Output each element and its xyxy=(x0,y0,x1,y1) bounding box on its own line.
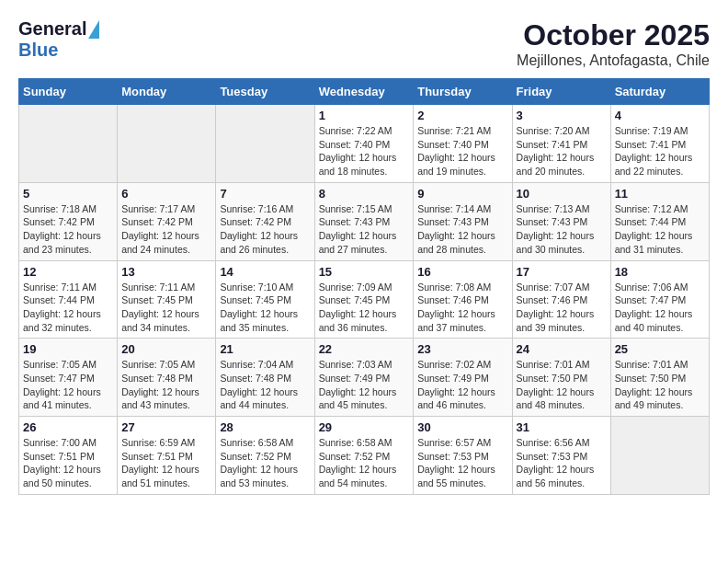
week-row-1: 1Sunrise: 7:22 AM Sunset: 7:40 PM Daylig… xyxy=(19,105,710,183)
day-number: 7 xyxy=(220,187,310,201)
day-number: 12 xyxy=(23,265,113,279)
day-number: 13 xyxy=(121,265,211,279)
day-number: 30 xyxy=(417,420,507,434)
day-number: 2 xyxy=(417,109,507,122)
day-number: 18 xyxy=(615,265,705,279)
day-number: 27 xyxy=(121,420,211,434)
day-info: Sunrise: 7:15 AM Sunset: 7:43 PM Dayligh… xyxy=(319,202,410,257)
day-info: Sunrise: 6:58 AM Sunset: 7:52 PM Dayligh… xyxy=(220,436,310,490)
day-number: 29 xyxy=(319,420,410,434)
day-info: Sunrise: 7:17 AM Sunset: 7:42 PM Dayligh… xyxy=(121,202,211,257)
day-info: Sunrise: 7:01 AM Sunset: 7:50 PM Dayligh… xyxy=(517,358,607,412)
table-row: 11Sunrise: 7:12 AM Sunset: 7:44 PM Dayli… xyxy=(610,182,709,260)
day-number: 19 xyxy=(23,342,113,356)
day-info: Sunrise: 7:03 AM Sunset: 7:49 PM Dayligh… xyxy=(319,358,410,412)
table-row: 13Sunrise: 7:11 AM Sunset: 7:45 PM Dayli… xyxy=(118,260,216,339)
table-row xyxy=(610,417,709,495)
logo-blue-text: Blue xyxy=(18,40,58,61)
week-row-2: 5Sunrise: 7:18 AM Sunset: 7:42 PM Daylig… xyxy=(19,182,710,260)
table-row: 18Sunrise: 7:06 AM Sunset: 7:47 PM Dayli… xyxy=(610,260,709,339)
day-number: 6 xyxy=(121,187,211,201)
table-row: 24Sunrise: 7:01 AM Sunset: 7:50 PM Dayli… xyxy=(512,339,610,417)
calendar-table: Sunday Monday Tuesday Wednesday Thursday… xyxy=(18,78,710,495)
day-number: 1 xyxy=(319,109,410,122)
day-info: Sunrise: 7:00 AM Sunset: 7:51 PM Dayligh… xyxy=(23,436,113,490)
day-info: Sunrise: 6:58 AM Sunset: 7:52 PM Dayligh… xyxy=(319,436,410,490)
table-row: 9Sunrise: 7:14 AM Sunset: 7:43 PM Daylig… xyxy=(414,182,512,260)
day-info: Sunrise: 7:09 AM Sunset: 7:45 PM Dayligh… xyxy=(319,281,410,335)
day-info: Sunrise: 7:20 AM Sunset: 7:41 PM Dayligh… xyxy=(517,124,607,178)
day-info: Sunrise: 7:11 AM Sunset: 7:45 PM Dayligh… xyxy=(121,281,211,335)
table-row: 29Sunrise: 6:58 AM Sunset: 7:52 PM Dayli… xyxy=(314,417,414,495)
day-info: Sunrise: 6:57 AM Sunset: 7:53 PM Dayligh… xyxy=(417,436,507,490)
table-row xyxy=(216,105,314,183)
day-info: Sunrise: 7:04 AM Sunset: 7:48 PM Dayligh… xyxy=(220,358,310,412)
table-row: 3Sunrise: 7:20 AM Sunset: 7:41 PM Daylig… xyxy=(512,105,610,183)
day-info: Sunrise: 7:16 AM Sunset: 7:42 PM Dayligh… xyxy=(220,202,310,257)
day-info: Sunrise: 7:11 AM Sunset: 7:44 PM Dayligh… xyxy=(23,281,113,335)
day-number: 3 xyxy=(517,109,607,122)
table-row: 4Sunrise: 7:19 AM Sunset: 7:41 PM Daylig… xyxy=(610,105,709,183)
table-row: 28Sunrise: 6:58 AM Sunset: 7:52 PM Dayli… xyxy=(216,417,314,495)
header-thursday: Thursday xyxy=(414,79,512,105)
day-number: 25 xyxy=(615,342,705,356)
day-number: 15 xyxy=(319,265,410,279)
day-info: Sunrise: 7:07 AM Sunset: 7:46 PM Dayligh… xyxy=(517,281,607,335)
table-row: 1Sunrise: 7:22 AM Sunset: 7:40 PM Daylig… xyxy=(314,105,414,183)
table-row: 23Sunrise: 7:02 AM Sunset: 7:49 PM Dayli… xyxy=(414,339,512,417)
day-info: Sunrise: 6:56 AM Sunset: 7:53 PM Dayligh… xyxy=(517,436,607,490)
day-number: 20 xyxy=(121,342,211,356)
day-info: Sunrise: 7:19 AM Sunset: 7:41 PM Dayligh… xyxy=(615,124,705,178)
table-row: 26Sunrise: 7:00 AM Sunset: 7:51 PM Dayli… xyxy=(19,417,118,495)
day-number: 26 xyxy=(23,420,113,434)
day-info: Sunrise: 7:06 AM Sunset: 7:47 PM Dayligh… xyxy=(615,281,705,335)
header: General Blue October 2025 Mejillones, An… xyxy=(18,18,710,69)
day-info: Sunrise: 7:02 AM Sunset: 7:49 PM Dayligh… xyxy=(417,358,507,412)
day-number: 21 xyxy=(220,342,310,356)
table-row: 10Sunrise: 7:13 AM Sunset: 7:43 PM Dayli… xyxy=(512,182,610,260)
day-info: Sunrise: 7:21 AM Sunset: 7:40 PM Dayligh… xyxy=(417,124,507,178)
day-number: 5 xyxy=(23,187,113,201)
header-saturday: Saturday xyxy=(610,79,709,105)
day-number: 11 xyxy=(615,187,705,201)
day-number: 10 xyxy=(517,187,607,201)
month-title: October 2025 xyxy=(517,18,710,52)
table-row: 15Sunrise: 7:09 AM Sunset: 7:45 PM Dayli… xyxy=(314,260,414,339)
table-row: 31Sunrise: 6:56 AM Sunset: 7:53 PM Dayli… xyxy=(512,417,610,495)
logo-general-text: General xyxy=(18,18,86,40)
day-number: 9 xyxy=(417,187,507,201)
day-info: Sunrise: 6:59 AM Sunset: 7:51 PM Dayligh… xyxy=(121,436,211,490)
table-row: 25Sunrise: 7:01 AM Sunset: 7:50 PM Dayli… xyxy=(610,339,709,417)
day-number: 14 xyxy=(220,265,310,279)
table-row: 17Sunrise: 7:07 AM Sunset: 7:46 PM Dayli… xyxy=(512,260,610,339)
day-number: 8 xyxy=(319,187,410,201)
table-row: 20Sunrise: 7:05 AM Sunset: 7:48 PM Dayli… xyxy=(118,339,216,417)
location-subtitle: Mejillones, Antofagasta, Chile xyxy=(517,52,710,69)
weekday-header-row: Sunday Monday Tuesday Wednesday Thursday… xyxy=(19,79,710,105)
table-row xyxy=(118,105,216,183)
day-info: Sunrise: 7:13 AM Sunset: 7:43 PM Dayligh… xyxy=(517,202,607,257)
table-row: 21Sunrise: 7:04 AM Sunset: 7:48 PM Dayli… xyxy=(216,339,314,417)
table-row: 6Sunrise: 7:17 AM Sunset: 7:42 PM Daylig… xyxy=(118,182,216,260)
day-number: 22 xyxy=(319,342,410,356)
table-row: 22Sunrise: 7:03 AM Sunset: 7:49 PM Dayli… xyxy=(314,339,414,417)
day-number: 24 xyxy=(517,342,607,356)
table-row: 8Sunrise: 7:15 AM Sunset: 7:43 PM Daylig… xyxy=(314,182,414,260)
header-friday: Friday xyxy=(512,79,610,105)
table-row: 30Sunrise: 6:57 AM Sunset: 7:53 PM Dayli… xyxy=(414,417,512,495)
table-row xyxy=(19,105,118,183)
table-row: 7Sunrise: 7:16 AM Sunset: 7:42 PM Daylig… xyxy=(216,182,314,260)
table-row: 5Sunrise: 7:18 AM Sunset: 7:42 PM Daylig… xyxy=(19,182,118,260)
day-info: Sunrise: 7:14 AM Sunset: 7:43 PM Dayligh… xyxy=(417,202,507,257)
table-row: 19Sunrise: 7:05 AM Sunset: 7:47 PM Dayli… xyxy=(19,339,118,417)
header-tuesday: Tuesday xyxy=(216,79,314,105)
logo: General Blue xyxy=(18,18,99,61)
day-info: Sunrise: 7:18 AM Sunset: 7:42 PM Dayligh… xyxy=(23,202,113,257)
header-sunday: Sunday xyxy=(19,79,118,105)
day-number: 28 xyxy=(220,420,310,434)
header-monday: Monday xyxy=(118,79,216,105)
day-number: 4 xyxy=(615,109,705,122)
table-row: 2Sunrise: 7:21 AM Sunset: 7:40 PM Daylig… xyxy=(414,105,512,183)
day-info: Sunrise: 7:22 AM Sunset: 7:40 PM Dayligh… xyxy=(319,124,410,178)
day-number: 16 xyxy=(417,265,507,279)
